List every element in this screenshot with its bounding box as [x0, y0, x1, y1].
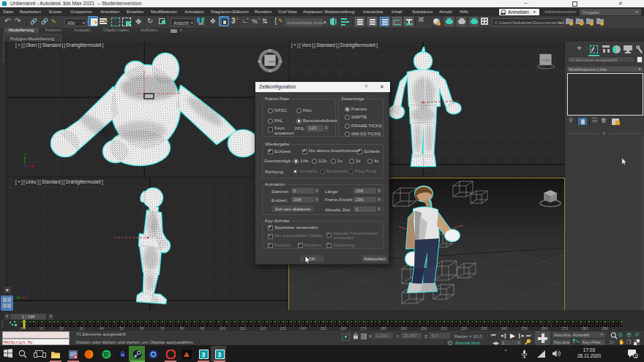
svg-text:VORN: VORN — [542, 59, 550, 62]
svg-text:3: 3 — [217, 351, 221, 358]
svg-text:OBEN: OBEN — [268, 60, 276, 64]
svg-text:Y: Y — [24, 152, 27, 157]
svg-text:N: N — [269, 48, 272, 53]
svg-text:W: W — [258, 59, 261, 64]
svg-text:3: 3 — [201, 351, 205, 358]
svg-text:O: O — [280, 59, 282, 64]
